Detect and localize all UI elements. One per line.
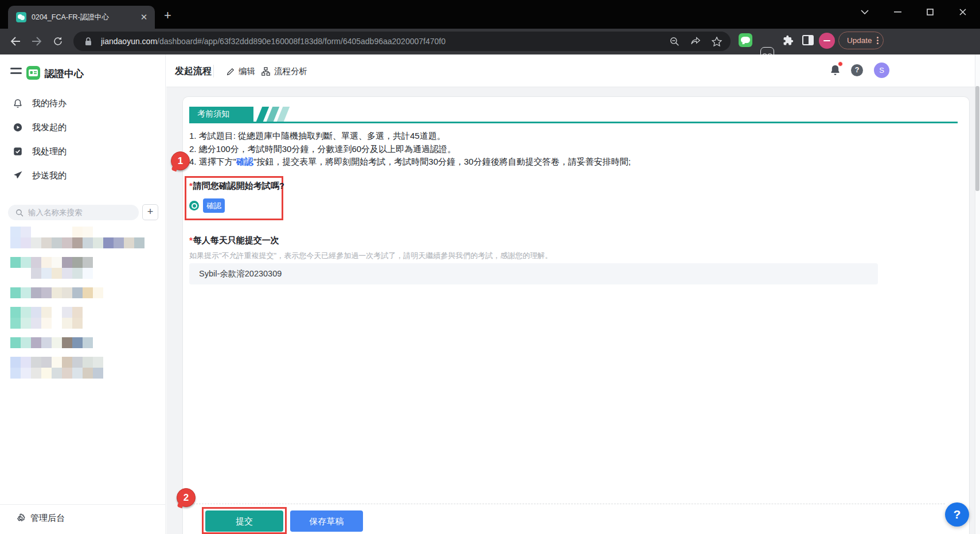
- admin-console-button[interactable]: 管理后台: [16, 513, 65, 524]
- search-input[interactable]: [28, 208, 126, 217]
- collapse-menu-icon[interactable]: [10, 68, 22, 77]
- edit-label: 编辑: [239, 66, 255, 77]
- process-analysis-button[interactable]: 流程分析: [261, 66, 307, 77]
- update-button[interactable]: Update: [838, 32, 884, 49]
- line-extension-icon[interactable]: [739, 33, 752, 47]
- play-circle-icon: [13, 122, 23, 132]
- redacted-pixel-block: [134, 237, 145, 248]
- redacted-app-item[interactable]: [10, 257, 145, 279]
- required-mark: *: [189, 181, 193, 190]
- redacted-pixel-block: [21, 357, 31, 368]
- notification-badge: [838, 61, 843, 67]
- redacted-pixel-block: [31, 268, 41, 279]
- sidebar-item-initiated[interactable]: 我发起的: [0, 115, 166, 139]
- confirm-link-text: 確認: [236, 157, 253, 166]
- tab-close-icon[interactable]: ✕: [139, 12, 149, 22]
- redacted-pixel-block: [21, 337, 31, 348]
- redacted-pixel-block: [93, 368, 103, 379]
- tab-title: 0204_FCA-FR-認證中心: [32, 13, 139, 22]
- zoom-out-icon[interactable]: [667, 34, 681, 48]
- share-icon[interactable]: [689, 34, 702, 48]
- sidebar-item-processed[interactable]: 我处理的: [0, 139, 166, 163]
- extensions-puzzle-icon[interactable]: [781, 33, 795, 47]
- sidebar-item-label: 我的待办: [32, 98, 67, 109]
- confirm-option-button[interactable]: 確認: [203, 198, 225, 213]
- sidebar-item-label: 我处理的: [32, 146, 67, 157]
- sidebar-item-todo[interactable]: 我的待办: [0, 91, 166, 115]
- user-avatar[interactable]: S: [874, 63, 889, 78]
- redacted-pixel-block: [41, 257, 52, 268]
- redacted-app-item[interactable]: [10, 357, 145, 379]
- redacted-pixel-block: [31, 337, 41, 348]
- name-input[interactable]: [189, 263, 878, 284]
- confirm-radio[interactable]: [189, 201, 199, 211]
- browser-profile-avatar[interactable]: [819, 33, 835, 49]
- redacted-pixel-block: [10, 357, 21, 368]
- window-close-button[interactable]: [954, 5, 971, 20]
- redacted-pixel-block: [52, 287, 62, 298]
- redacted-pixel-block: [62, 357, 72, 368]
- window-maximize-button[interactable]: [922, 5, 939, 20]
- screen: 0204_FCA-FR-認證中心 ✕ + jiandaoyun.com/dash…: [0, 0, 980, 534]
- admin-console-label: 管理后台: [30, 513, 65, 524]
- redacted-pixel-block: [21, 318, 31, 329]
- redacted-pixel-block: [21, 368, 31, 379]
- search-box[interactable]: [8, 205, 139, 220]
- pencil-icon: [226, 67, 235, 76]
- redacted-pixel-block: [124, 237, 134, 248]
- forward-button[interactable]: [28, 33, 45, 50]
- redacted-pixel-block: [72, 227, 83, 237]
- window-minimize-button[interactable]: [889, 5, 906, 20]
- new-tab-button[interactable]: +: [164, 9, 171, 22]
- edit-button[interactable]: 编辑: [226, 66, 255, 77]
- url-path: /dashboard#/app/63f32ddd890e160008f183d8…: [157, 37, 446, 46]
- address-bar[interactable]: jiandaoyun.com/dashboard#/app/63f32ddd89…: [73, 32, 731, 51]
- notice-banner: 考前須知: [189, 107, 253, 122]
- redacted-pixel-block: [62, 268, 72, 279]
- submit-button[interactable]: 提交: [205, 510, 283, 532]
- app-title: 認證中心: [45, 67, 84, 80]
- scrollbar-thumb[interactable]: [975, 86, 979, 191]
- app-logo-icon: [26, 66, 40, 82]
- bookmark-star-icon[interactable]: [710, 34, 724, 48]
- redacted-pixel-block: [52, 257, 62, 268]
- redacted-pixel-block: [52, 227, 62, 237]
- redacted-pixel-block: [93, 287, 103, 298]
- reload-button[interactable]: [49, 33, 67, 50]
- split-view-icon[interactable]: [801, 33, 815, 47]
- header-help-button[interactable]: ?: [851, 64, 863, 76]
- redacted-pixel-block: [62, 337, 72, 348]
- notice-line-2: 2. 總分100分，考試時間30分鐘，分數達到60分及以上即為通過認證。: [189, 143, 935, 156]
- redacted-app-item[interactable]: [10, 287, 145, 298]
- redacted-app-item[interactable]: [10, 227, 145, 248]
- redacted-pixel-block: [41, 287, 52, 298]
- browser-menu-icon[interactable]: [877, 36, 879, 45]
- redacted-pixel-block: [10, 237, 21, 248]
- redacted-pixel-block: [83, 357, 93, 368]
- redacted-pixel-block: [114, 237, 124, 248]
- gear-icon: [16, 513, 26, 523]
- redacted-pixel-block: [41, 318, 52, 329]
- redacted-pixel-block: [83, 227, 93, 237]
- redacted-pixel-block: [10, 318, 21, 329]
- save-draft-button[interactable]: 保存草稿: [290, 510, 363, 532]
- sidebar-item-cc[interactable]: 抄送我的: [0, 163, 166, 188]
- redacted-pixel-block: [21, 257, 31, 268]
- redacted-pixel-block: [41, 337, 52, 348]
- redacted-pixel-block: [72, 307, 83, 318]
- back-button[interactable]: [7, 33, 24, 50]
- window-chevron-down-icon[interactable]: [856, 5, 873, 20]
- redacted-pixel-block: [83, 287, 93, 298]
- search-icon: [15, 209, 24, 217]
- process-analysis-label: 流程分析: [274, 66, 307, 77]
- annotation-step-2: 2: [177, 488, 196, 507]
- redacted-pixel-block: [21, 227, 31, 237]
- redacted-pixel-block: [41, 237, 52, 248]
- redacted-pixel-block: [41, 357, 52, 368]
- redacted-app-item[interactable]: [10, 307, 145, 329]
- help-fab-button[interactable]: ?: [945, 502, 969, 527]
- browser-tab[interactable]: 0204_FCA-FR-認證中心 ✕: [8, 6, 155, 29]
- redacted-pixel-block: [83, 368, 93, 379]
- redacted-app-item[interactable]: [10, 337, 145, 348]
- add-app-button[interactable]: +: [142, 204, 158, 220]
